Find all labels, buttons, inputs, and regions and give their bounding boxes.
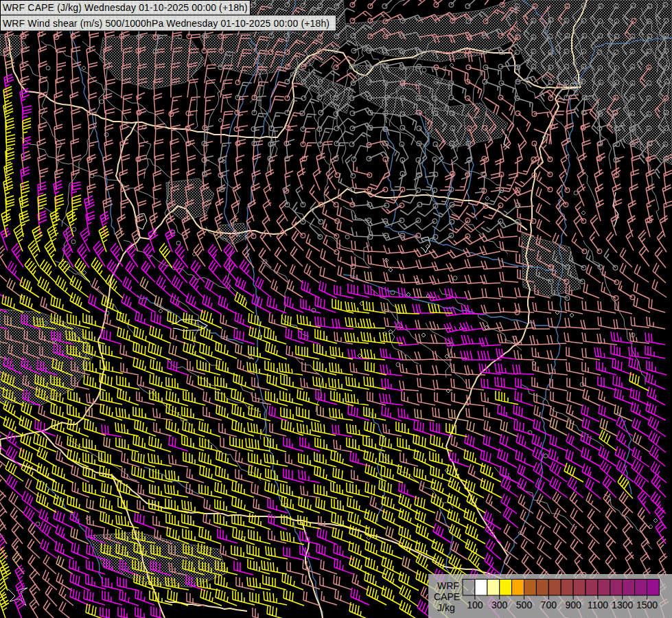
svg-text:1300: 1300 bbox=[612, 599, 633, 610]
svg-text:900: 900 bbox=[565, 599, 581, 610]
svg-text:700: 700 bbox=[541, 599, 557, 610]
svg-text:WRF: WRF bbox=[437, 580, 459, 591]
svg-text:100: 100 bbox=[467, 599, 483, 610]
svg-text:500: 500 bbox=[516, 599, 533, 610]
svg-text:1100: 1100 bbox=[588, 599, 608, 610]
svg-text:WRF CAPE (J/kg) Wednesday 01-1: WRF CAPE (J/kg) Wednesday 01-10-2025 00:… bbox=[3, 2, 248, 13]
svg-text:300: 300 bbox=[491, 599, 508, 610]
svg-text:CAPE: CAPE bbox=[434, 591, 460, 602]
svg-text:WRF Wind shear (m/s) 500/1000h: WRF Wind shear (m/s) 500/1000hPa Wednesd… bbox=[3, 18, 329, 29]
svg-text:J/kg: J/kg bbox=[437, 602, 455, 613]
svg-text:1500: 1500 bbox=[636, 599, 658, 610]
